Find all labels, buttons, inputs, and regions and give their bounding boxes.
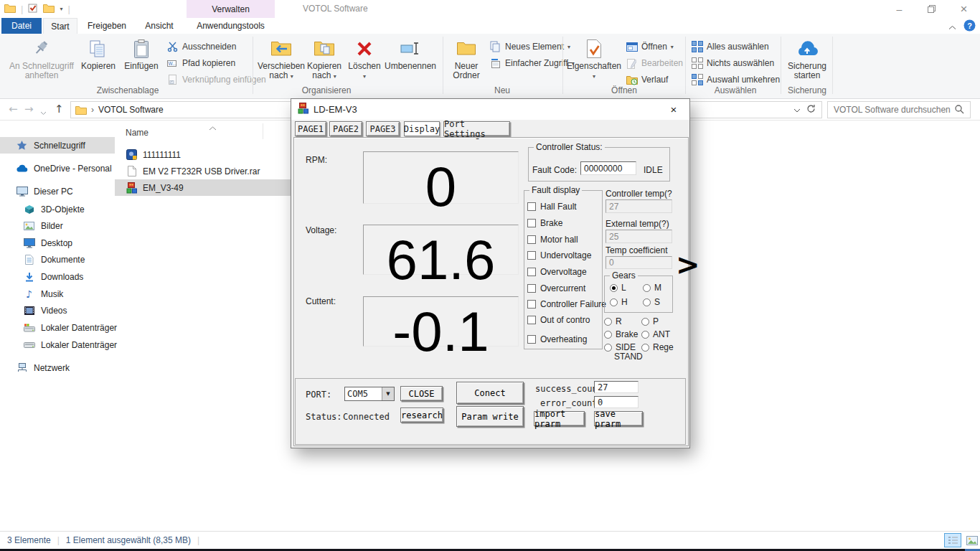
radio-p[interactable]: P xyxy=(641,316,659,326)
tab-anwendungstools[interactable]: Anwendungstools xyxy=(187,18,275,34)
error-count-input[interactable]: 0 xyxy=(594,396,639,408)
checkbox-overvoltage[interactable]: Overvoltage xyxy=(527,267,587,277)
sidebar-item-downloads[interactable]: Downloads xyxy=(0,268,115,285)
customize-qat-icon[interactable]: ▾ xyxy=(60,6,62,12)
invert-selection-button[interactable]: Auswahl umkehren xyxy=(691,72,780,87)
cut-button[interactable]: Ausschneiden xyxy=(166,39,236,54)
sidebar-item-videos[interactable]: Videos xyxy=(0,302,115,319)
delete-x-icon xyxy=(356,36,373,62)
file-row-rar-archive[interactable]: EM V2 FT232R USB Driver.rar xyxy=(115,163,291,179)
delete-button[interactable]: Löschen▾ xyxy=(347,36,382,82)
rename-button[interactable]: Umbenennen xyxy=(382,36,439,82)
dialog-titlebar[interactable]: LD-EM-V3 xyxy=(291,99,689,120)
sidebar-item-local-disk-d[interactable]: Lokaler Datenträger xyxy=(0,336,115,353)
restore-button[interactable] xyxy=(915,0,948,18)
up-icon[interactable]: ↑ xyxy=(55,103,64,116)
sidebar-item-local-disk-c[interactable]: Lokaler Datenträger xyxy=(0,319,115,336)
checkbox-motor-hall[interactable]: Motor hall xyxy=(527,235,578,245)
radio-side-stand[interactable]: SIDE xyxy=(604,342,636,352)
fault-code-input[interactable]: 00000000 xyxy=(580,161,636,175)
expand-arrow[interactable]: > xyxy=(676,248,700,281)
tab-freigeben[interactable]: Freigeben xyxy=(79,18,135,34)
radio-r[interactable]: R xyxy=(604,316,622,326)
sort-ascending-icon[interactable] xyxy=(209,123,217,133)
select-none-button[interactable]: Nichts auswählen xyxy=(691,56,774,70)
address-dropdown-icon[interactable] xyxy=(793,105,801,115)
file-icon xyxy=(126,166,138,176)
file-row-em-v3-selected[interactable]: EM_V3-49 xyxy=(115,179,291,196)
combo-dropdown-icon[interactable]: ▼ xyxy=(382,387,394,400)
save-param-button[interactable]: save prarm xyxy=(594,411,643,426)
import-param-button[interactable]: import prarm xyxy=(534,411,585,426)
tab-page3[interactable]: PAGE3 xyxy=(366,121,400,136)
close-button[interactable]: × xyxy=(948,0,980,18)
tab-page2[interactable]: PAGE2 xyxy=(329,121,362,136)
tab-display[interactable]: Display xyxy=(404,121,440,136)
minimize-button[interactable]: – xyxy=(883,0,915,18)
properties-check-icon[interactable] xyxy=(28,3,38,15)
folder-icon[interactable] xyxy=(43,4,55,15)
radio-gear-s[interactable]: S xyxy=(643,297,660,307)
radio-gear-h[interactable]: H xyxy=(610,297,628,307)
tab-start[interactable]: Start xyxy=(43,18,77,34)
select-all-button[interactable]: Alles auswählen xyxy=(691,39,769,54)
tab-datei[interactable]: Datei xyxy=(1,18,42,34)
radio-regen[interactable]: Rege xyxy=(641,342,689,352)
collapse-ribbon-icon[interactable] xyxy=(948,22,956,32)
paste-icon xyxy=(133,36,150,62)
sidebar-item-3d-objects[interactable]: 3D-Objekte xyxy=(0,201,115,217)
checkbox-controller-failure[interactable]: Controller Failure xyxy=(527,299,606,309)
start-backup-button[interactable]: Sicherung starten xyxy=(785,36,829,82)
history-button[interactable]: Verlauf xyxy=(626,72,668,87)
copy-to-button[interactable]: Kopieren nach ▾ xyxy=(304,36,344,82)
radio-gear-l[interactable]: L xyxy=(610,283,626,293)
column-divider[interactable] xyxy=(263,123,263,139)
tab-ansicht[interactable]: Ansicht xyxy=(136,18,182,34)
close-port-button[interactable]: CLOSE xyxy=(400,386,443,401)
checkbox-hall-fault[interactable]: Hall Fault xyxy=(527,202,577,212)
success-count-input[interactable]: 27 xyxy=(594,381,639,393)
column-header-name[interactable]: Name xyxy=(126,128,149,138)
radio-gear-m[interactable]: M xyxy=(643,283,661,293)
new-folder-button[interactable]: Neuer Ordner xyxy=(448,36,485,82)
open-button[interactable]: Öffnen▾ xyxy=(626,39,674,54)
move-to-button[interactable]: Verschieben nach ▾ xyxy=(258,36,304,82)
tab-page1[interactable]: PAGE1 xyxy=(295,121,326,136)
sidebar-item-network[interactable]: Netzwerk xyxy=(0,359,115,376)
file-row-driver-installer[interactable]: 111111111 xyxy=(115,146,291,163)
copy-button[interactable]: Kopieren xyxy=(76,36,121,82)
folder-icon[interactable] xyxy=(4,4,16,15)
sidebar-item-quick-access[interactable]: Schnellzugriff xyxy=(0,137,115,154)
checkbox-overcurrent[interactable]: Overcurrent xyxy=(527,283,585,293)
properties-button[interactable]: Eigenschaften▾ xyxy=(568,36,620,82)
port-combobox[interactable]: COM5 ▼ xyxy=(344,387,395,401)
sidebar-item-this-pc[interactable]: Dieser PC xyxy=(0,183,115,199)
radio-ant[interactable]: ANT xyxy=(641,329,670,339)
search-input[interactable]: VOTOL Software durchsuchen xyxy=(827,101,971,118)
dialog-close-button[interactable]: × xyxy=(658,99,689,120)
checkbox-undervoltage[interactable]: Undervoltage xyxy=(527,250,591,260)
copy-path-button[interactable]: W... Pfad kopieren xyxy=(166,56,235,70)
sidebar-item-music[interactable]: ♪ Musik xyxy=(0,286,115,302)
research-button[interactable]: research xyxy=(400,408,443,423)
help-icon[interactable]: ? xyxy=(963,19,976,34)
sidebar-item-pictures[interactable]: Bilder xyxy=(0,217,115,234)
radio-brake[interactable]: Brake xyxy=(604,329,638,339)
paste-button[interactable]: Einfügen xyxy=(121,36,162,82)
group-label-new: Neu xyxy=(452,85,552,95)
recent-locations-icon[interactable] xyxy=(40,108,47,118)
connect-button[interactable]: Conect xyxy=(456,382,524,404)
checkbox-overheating[interactable]: Overheating xyxy=(527,334,587,344)
new-item-button[interactable]: Neues Element▾ xyxy=(489,39,570,54)
refresh-icon[interactable] xyxy=(806,104,816,116)
tab-port-settings[interactable]: Port Settings xyxy=(443,121,510,136)
checkbox-out-of-control[interactable]: Out of contro xyxy=(527,315,590,325)
sidebar-item-onedrive[interactable]: OneDrive - Personal xyxy=(0,160,115,176)
sidebar-item-desktop[interactable]: Desktop xyxy=(0,235,115,251)
breadcrumb-path[interactable]: VOTOL Software xyxy=(98,105,164,115)
details-view-button[interactable] xyxy=(944,533,961,547)
checkbox-brake[interactable]: Brake xyxy=(527,218,562,228)
sidebar-item-documents[interactable]: Dokumente xyxy=(0,251,115,268)
thumbnail-view-button[interactable] xyxy=(963,533,980,547)
param-write-button[interactable]: Param write xyxy=(456,406,524,427)
